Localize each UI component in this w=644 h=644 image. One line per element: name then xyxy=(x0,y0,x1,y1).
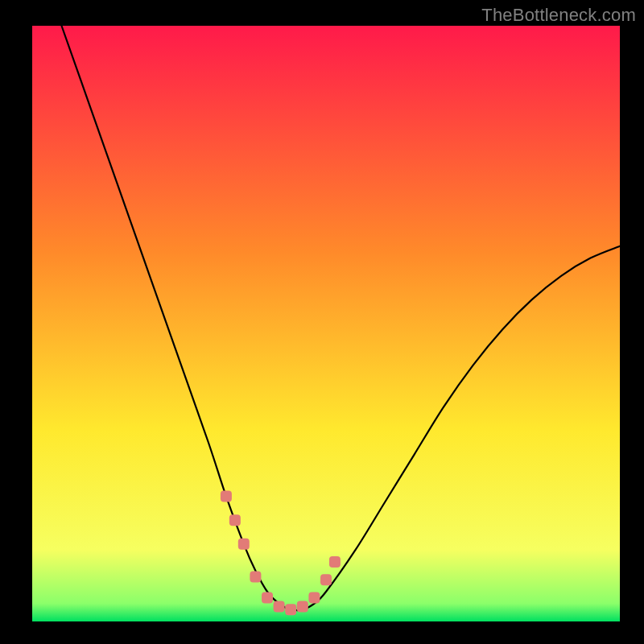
marker-point xyxy=(221,491,232,502)
marker-point xyxy=(297,601,308,613)
marker-point xyxy=(285,604,296,615)
marker-point xyxy=(320,574,332,585)
marker-point xyxy=(250,572,261,583)
marker-point xyxy=(238,539,250,550)
plot-background xyxy=(32,26,620,621)
marker-point xyxy=(329,556,341,568)
marker-point xyxy=(274,601,285,613)
bottleneck-chart xyxy=(0,0,644,644)
marker-point xyxy=(262,592,273,603)
marker-point xyxy=(229,514,241,526)
chart-container: TheBottleneck.com xyxy=(0,0,644,644)
marker-point xyxy=(308,592,320,603)
